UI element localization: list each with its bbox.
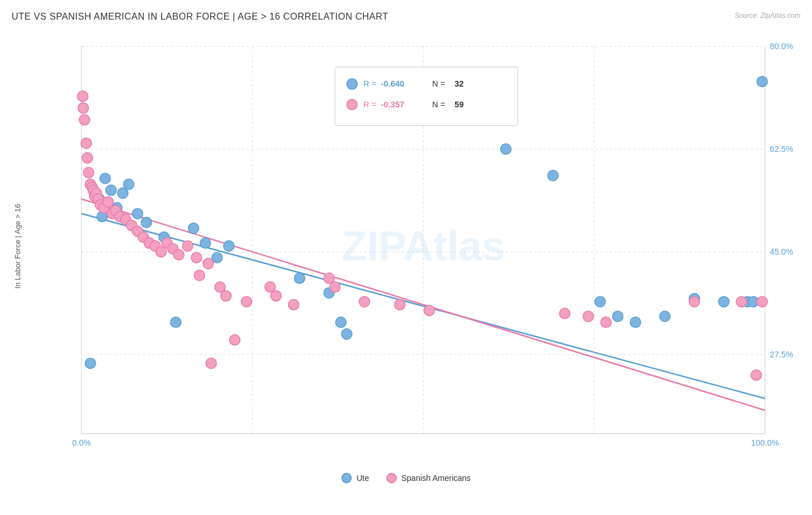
svg-point-80 (203, 258, 213, 268)
svg-rect-104 (347, 79, 357, 89)
svg-point-27 (132, 208, 143, 219)
scatter-chart: .grid-line { stroke: #ddd; stroke-dashar… (46, 35, 800, 457)
legend-label-ute: Ute (356, 473, 369, 483)
chart-area: ZIPAtlas .grid-line { stroke: #ddd; stro… (46, 35, 800, 457)
svg-point-26 (100, 173, 110, 184)
svg-point-40 (547, 170, 558, 181)
svg-point-37 (336, 317, 346, 327)
svg-point-92 (77, 91, 88, 102)
svg-point-46 (718, 296, 729, 307)
svg-text:59: 59 (455, 100, 464, 109)
svg-point-81 (206, 358, 217, 368)
svg-point-102 (751, 370, 761, 380)
svg-text:R =: R = (363, 100, 377, 109)
svg-point-35 (295, 273, 305, 283)
svg-text:27.5%: 27.5% (770, 350, 794, 359)
svg-text:-0.640: -0.640 (381, 80, 405, 89)
svg-point-90 (330, 282, 340, 292)
svg-point-91 (78, 103, 88, 113)
legend-container: Ute Spanish Americans (0, 473, 812, 483)
svg-rect-109 (347, 99, 357, 110)
svg-point-42 (613, 311, 623, 322)
svg-point-34 (224, 241, 234, 251)
svg-point-85 (241, 296, 252, 307)
svg-point-83 (221, 290, 231, 301)
svg-point-43 (630, 317, 640, 327)
legend-dot-ute (341, 473, 352, 483)
svg-point-101 (757, 296, 767, 307)
svg-point-44 (660, 311, 670, 322)
svg-point-51 (79, 114, 90, 125)
svg-text:N =: N = (432, 80, 445, 89)
svg-text:80.0%: 80.0% (770, 42, 794, 51)
svg-point-32 (200, 238, 210, 248)
svg-point-63 (103, 197, 113, 207)
svg-point-25 (124, 179, 134, 189)
svg-point-98 (601, 317, 611, 327)
svg-text:62.5%: 62.5% (770, 144, 794, 154)
svg-point-95 (424, 305, 434, 316)
legend-item-spanish: Spanish Americans (386, 473, 471, 483)
svg-point-50 (757, 76, 767, 87)
svg-point-100 (736, 296, 747, 307)
svg-point-96 (560, 308, 570, 319)
svg-point-30 (170, 317, 181, 327)
svg-text:R =: R = (363, 80, 377, 89)
svg-point-31 (188, 223, 199, 233)
svg-text:0.0%: 0.0% (72, 438, 91, 447)
source-label: Source: ZipAtlas.com (735, 12, 800, 20)
svg-point-77 (182, 241, 193, 251)
svg-point-39 (501, 144, 511, 154)
svg-text:100.0%: 100.0% (751, 438, 780, 447)
svg-text:-0.357: -0.357 (381, 100, 405, 109)
svg-point-84 (229, 335, 240, 345)
svg-point-38 (341, 329, 352, 339)
svg-point-28 (141, 217, 151, 227)
svg-text:45.0%: 45.0% (770, 247, 794, 256)
legend-item-ute: Ute (341, 473, 369, 483)
svg-point-76 (173, 249, 184, 260)
legend-label-spanish: Spanish Americans (401, 473, 471, 483)
svg-point-79 (194, 270, 204, 281)
svg-point-78 (191, 252, 202, 263)
svg-point-22 (106, 185, 116, 195)
legend-dot-spanish (386, 473, 397, 483)
svg-point-41 (595, 296, 605, 307)
svg-point-94 (394, 300, 405, 310)
svg-point-54 (83, 167, 94, 178)
chart-container: UTE VS SPANISH AMERICAN IN LABOR FORCE |… (0, 0, 812, 515)
svg-point-52 (81, 138, 91, 148)
chart-title: UTE VS SPANISH AMERICAN IN LABOR FORCE |… (12, 12, 800, 22)
svg-point-93 (359, 296, 370, 307)
svg-point-99 (689, 296, 699, 307)
svg-rect-103 (335, 67, 517, 126)
svg-point-88 (288, 300, 299, 310)
svg-text:N =: N = (432, 100, 445, 109)
y-axis-label: In Labor Force | Age > 16 (0, 35, 35, 457)
svg-point-97 (583, 311, 594, 322)
svg-point-19 (85, 358, 95, 368)
svg-point-53 (82, 152, 92, 163)
svg-text:32: 32 (455, 80, 464, 89)
svg-point-87 (271, 290, 281, 301)
